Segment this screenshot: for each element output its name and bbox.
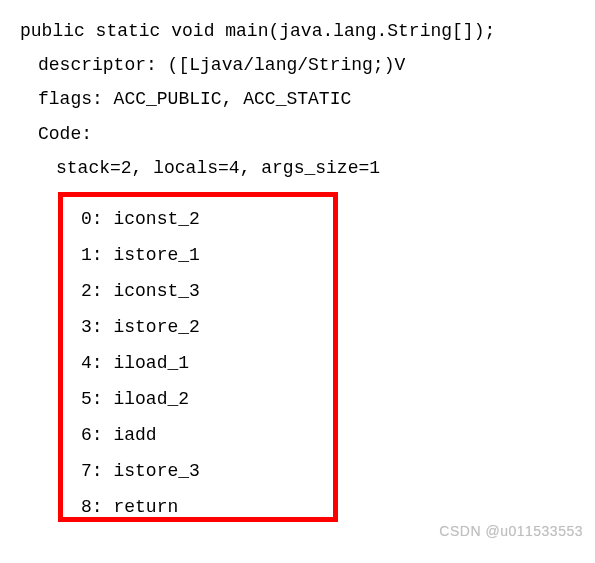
bytecode-instruction: 8: return (81, 489, 333, 525)
flags-line: flags: ACC_PUBLIC, ACC_STATIC (20, 82, 595, 116)
bytecode-instruction: 3: istore_2 (81, 309, 333, 345)
bytecode-instruction: 4: iload_1 (81, 345, 333, 381)
stack-info-line: stack=2, locals=4, args_size=1 (20, 151, 595, 185)
watermark-text: CSDN @u011533553 (439, 518, 583, 545)
bytecode-instruction: 7: istore_3 (81, 453, 333, 489)
method-signature: public static void main(java.lang.String… (20, 14, 595, 48)
bytecode-instruction: 1: istore_1 (81, 237, 333, 273)
bytecode-instruction: 5: iload_2 (81, 381, 333, 417)
bytecode-highlight-box: 0: iconst_2 1: istore_1 2: iconst_3 3: i… (58, 192, 338, 522)
code-label: Code: (20, 117, 595, 151)
bytecode-instruction: 0: iconst_2 (81, 201, 333, 237)
bytecode-instruction: 2: iconst_3 (81, 273, 333, 309)
descriptor-line: descriptor: ([Ljava/lang/String;)V (20, 48, 595, 82)
bytecode-instruction: 6: iadd (81, 417, 333, 453)
